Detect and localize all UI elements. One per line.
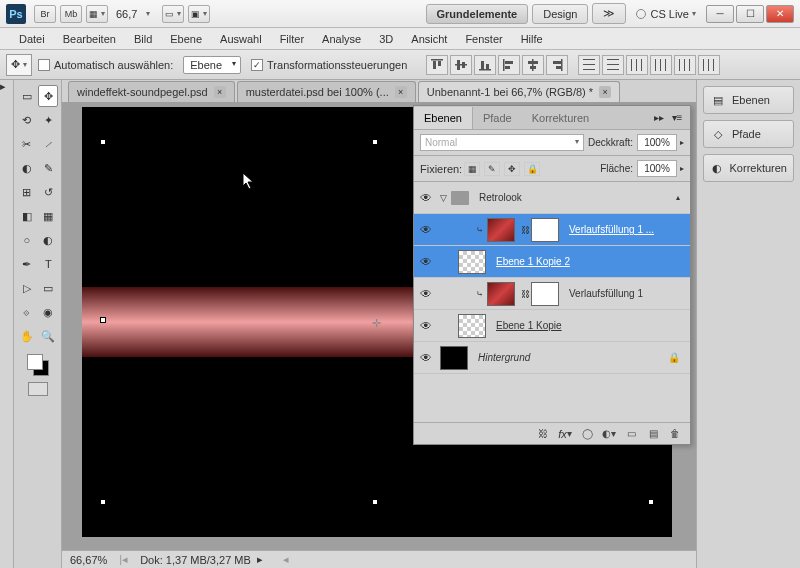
tab-ebenen[interactable]: Ebenen (414, 107, 473, 129)
workspace-design-button[interactable]: Design (532, 4, 588, 24)
layers-panel[interactable]: Ebenen Pfade Korrekturen ▸▸▾≡ Normal Dec… (413, 105, 691, 445)
visibility-icon[interactable]: 👁 (418, 318, 434, 334)
bridge-button[interactable]: Br (34, 5, 56, 23)
dist-1-icon[interactable] (578, 55, 600, 75)
gradient-tool[interactable]: ▦ (39, 205, 59, 227)
menu-3d[interactable]: 3D (370, 33, 402, 45)
layer-thumbnail[interactable] (458, 314, 486, 338)
layer-name[interactable]: Retrolook (479, 192, 522, 203)
visibility-icon[interactable]: 👁 (418, 222, 434, 238)
close-icon[interactable]: × (214, 86, 226, 98)
3d-camera-tool[interactable]: ◉ (39, 301, 59, 323)
menu-fenster[interactable]: Fenster (456, 33, 511, 45)
wand-tool[interactable]: ✦ (39, 109, 59, 131)
align-bottom-icon[interactable] (474, 55, 496, 75)
lock-transparency-icon[interactable]: ▦ (464, 162, 480, 176)
lasso-tool[interactable]: ⟲ (17, 109, 37, 131)
menu-bild[interactable]: Bild (125, 33, 161, 45)
layer-name[interactable]: Verlaufsfüllung 1 (569, 288, 643, 299)
visibility-icon[interactable]: 👁 (418, 190, 434, 206)
marquee-tool[interactable]: ▭ (17, 85, 36, 107)
align-top-icon[interactable] (426, 55, 448, 75)
align-hcenter-icon[interactable] (522, 55, 544, 75)
workspace-more-button[interactable]: ≫ (592, 3, 626, 24)
adjustment-icon[interactable]: ◐▾ (599, 426, 619, 442)
status-zoom[interactable]: 66,67% (70, 554, 107, 566)
menu-ansicht[interactable]: Ansicht (402, 33, 456, 45)
align-right-icon[interactable] (546, 55, 568, 75)
lock-position-icon[interactable]: ✥ (504, 162, 520, 176)
screen-mode-button[interactable]: ▣▾ (188, 5, 210, 23)
tab-pfade[interactable]: Pfade (473, 107, 522, 129)
delete-icon[interactable]: 🗑 (665, 426, 685, 442)
layer-thumbnail[interactable] (487, 282, 515, 306)
doctab-3[interactable]: Unbenannt-1 bei 66,7% (RGB/8) *× (418, 81, 620, 102)
menu-analyse[interactable]: Analyse (313, 33, 370, 45)
layer-thumbnail[interactable] (440, 346, 468, 370)
visibility-icon[interactable]: 👁 (418, 286, 434, 302)
tab-korrekturen[interactable]: Korrekturen (522, 107, 599, 129)
menu-hilfe[interactable]: Hilfe (512, 33, 552, 45)
dist-5-icon[interactable] (674, 55, 696, 75)
doctab-2[interactable]: musterdatei.psd bei 100% (...× (237, 81, 416, 102)
menu-ebene[interactable]: Ebene (161, 33, 211, 45)
cs-live-button[interactable]: CS Live▾ (636, 8, 696, 20)
eraser-tool[interactable]: ◧ (17, 205, 37, 227)
menu-filter[interactable]: Filter (271, 33, 313, 45)
layer-row[interactable]: 👁 ⤷ ⛓ Verlaufsfüllung 1 (414, 278, 690, 310)
layer-row[interactable]: 👁 Ebene 1 Kopie (414, 310, 690, 342)
chevron-right-icon[interactable]: ▸ (680, 164, 684, 173)
transform-handle[interactable] (372, 139, 378, 145)
menu-bearbeiten[interactable]: Bearbeiten (54, 33, 125, 45)
layer-row[interactable]: 👁 Ebene 1 Kopie 2 (414, 246, 690, 278)
shape-tool[interactable]: ▭ (39, 277, 59, 299)
lock-pixels-icon[interactable]: ✎ (484, 162, 500, 176)
pen-tool[interactable]: ✒ (17, 253, 37, 275)
align-left-icon[interactable] (498, 55, 520, 75)
layer-name[interactable]: Ebene 1 Kopie 2 (496, 256, 570, 267)
minimize-button[interactable]: ─ (706, 5, 734, 23)
history-brush-tool[interactable]: ↺ (39, 181, 59, 203)
transform-handle[interactable] (648, 499, 654, 505)
link-layers-icon[interactable]: ⛓ (533, 426, 553, 442)
collapsed-sidebar[interactable]: ▸ (0, 80, 14, 568)
eyedropper-tool[interactable]: ⟋ (39, 133, 59, 155)
visibility-icon[interactable]: 👁 (418, 254, 434, 270)
blend-mode-combo[interactable]: Normal (420, 134, 584, 151)
dist-4-icon[interactable] (650, 55, 672, 75)
dock-pfade-button[interactable]: ◇Pfade (703, 120, 794, 148)
color-swatches[interactable] (27, 354, 49, 376)
zoom-level[interactable]: 66,7 (116, 8, 137, 20)
close-button[interactable]: ✕ (766, 5, 794, 23)
heal-tool[interactable]: ◐ (17, 157, 37, 179)
zoom-tool[interactable]: 🔍 (39, 325, 59, 347)
view-extras-button[interactable]: ▦▾ (86, 5, 108, 23)
layer-name[interactable]: Ebene 1 Kopie (496, 320, 562, 331)
dodge-tool[interactable]: ◐ (39, 229, 59, 251)
layer-name[interactable]: Hintergrund (478, 352, 530, 363)
menu-auswahl[interactable]: Auswahl (211, 33, 271, 45)
close-icon[interactable]: × (599, 86, 611, 98)
stamp-tool[interactable]: ⊞ (17, 181, 37, 203)
transform-checkbox[interactable]: ✓ (251, 59, 263, 71)
dist-3-icon[interactable] (626, 55, 648, 75)
autoselect-checkbox[interactable] (38, 59, 50, 71)
brush-tool[interactable]: ✎ (39, 157, 59, 179)
link-icon[interactable]: ⛓ (519, 289, 531, 299)
mask-thumbnail[interactable] (531, 282, 559, 306)
dist-6-icon[interactable] (698, 55, 720, 75)
workspace-essentials-button[interactable]: Grundelemente (426, 4, 529, 24)
chevron-right-icon[interactable]: ▸ (680, 138, 684, 147)
transform-handle[interactable] (372, 499, 378, 505)
fx-icon[interactable]: fx▾ (555, 426, 575, 442)
chevron-right-icon[interactable]: ▸ (257, 553, 263, 566)
disclosure-icon[interactable]: ▽ (440, 193, 447, 203)
autoselect-combo[interactable]: Ebene (183, 56, 241, 74)
move-tool-icon[interactable]: ✥▾ (6, 54, 32, 76)
type-tool[interactable]: T (39, 253, 59, 275)
new-layer-icon[interactable]: ▤ (643, 426, 663, 442)
maximize-button[interactable]: ☐ (736, 5, 764, 23)
arrange-button[interactable]: ▭▾ (162, 5, 184, 23)
minibridge-button[interactable]: Mb (60, 5, 82, 23)
mask-icon[interactable]: ◯ (577, 426, 597, 442)
